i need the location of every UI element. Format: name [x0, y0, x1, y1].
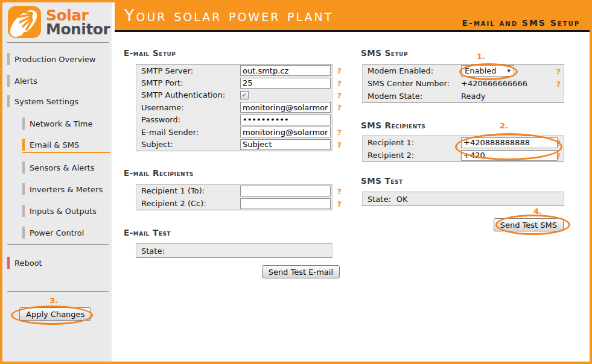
help-icon[interactable]: ? — [337, 90, 342, 99]
sidebar-item-sensors-alerts[interactable]: Sensors & Alerts — [22, 161, 94, 174]
item-marker — [22, 139, 25, 151]
annotation-number-1: 1. — [477, 52, 485, 61]
annotation-number-3: 3. — [49, 296, 58, 305]
sidebar-item-label: Inverters & Meters — [30, 185, 103, 194]
section-title-sms-recipients: SMS Recipients — [361, 121, 425, 130]
field-label: Recipient 1 (To): — [136, 186, 240, 195]
help-icon[interactable]: ? — [337, 186, 342, 195]
sidebar-item-inputs-outputs[interactable]: Inputs & Outputs — [22, 204, 97, 218]
username-input[interactable] — [240, 102, 331, 113]
item-marker — [22, 205, 25, 217]
help-icon[interactable]: ? — [337, 78, 342, 87]
sidebar-item-label: Inputs & Outputs — [30, 207, 97, 216]
section-title-sms-test: SMS Test — [361, 176, 403, 186]
item-marker — [22, 183, 25, 195]
item-marker — [7, 53, 10, 65]
annotation-circle-4 — [495, 215, 570, 235]
modem-state-value: Ready — [461, 92, 485, 101]
sidebar-item-power-control[interactable]: Power Control — [22, 226, 84, 239]
section-title-sms-setup: SMS Setup — [361, 48, 408, 58]
sidebar-divider — [7, 244, 109, 245]
page: Solar Monitor Production Overview Alerts… — [0, 0, 592, 364]
page-subtitle: E-mail and SMS Setup — [462, 18, 580, 28]
annotation-circle-2 — [455, 133, 562, 160]
item-marker — [7, 257, 10, 269]
help-icon[interactable]: ? — [337, 103, 342, 112]
help-icon[interactable]: ? — [556, 66, 561, 75]
sms-test-state-row: State: OK — [363, 192, 564, 206]
state-label: State: — [363, 195, 391, 204]
annotation-number-2: 2. — [500, 121, 508, 130]
sidebar-divider — [7, 291, 109, 292]
form-row-email-sender: E-mail Sender: ? — [136, 126, 332, 138]
help-icon[interactable]: ? — [337, 199, 342, 208]
solar-monitor-logo-icon — [7, 5, 42, 39]
sidebar-item-reboot[interactable]: Reboot — [7, 256, 42, 269]
sidebar-item-label: Sensors & Alerts — [30, 163, 94, 172]
sidebar-divider — [7, 42, 109, 43]
email-recipients-table: Recipient 1 (To): ? Recipient 2 (Cc): ? — [136, 184, 333, 210]
help-icon[interactable]: ? — [556, 79, 561, 88]
field-label: Username: — [136, 103, 240, 112]
item-marker — [7, 95, 10, 107]
item-marker — [22, 118, 25, 130]
sidebar-item-label: Alerts — [14, 77, 37, 86]
state-label: State: — [136, 246, 165, 256]
sidebar-item-email-sms[interactable]: Email & SMS — [22, 137, 110, 153]
sidebar-item-label: System Settings — [14, 97, 78, 106]
field-label: Subject: — [136, 140, 240, 149]
field-label: SMTP Authentication: — [136, 90, 240, 99]
field-label: Recipient 2 (Cc): — [136, 199, 240, 208]
annotation-circle-3 — [11, 306, 93, 325]
field-label: SMS Center Number: — [363, 79, 461, 88]
section-title-email-recipients: E-mail Recipients — [124, 168, 194, 178]
sidebar-item-system-settings[interactable]: System Settings — [7, 95, 78, 108]
sidebar-item-label: Network & Time — [30, 119, 93, 128]
item-marker — [7, 75, 10, 87]
sidebar-item-alerts[interactable]: Alerts — [7, 74, 37, 87]
field-label: SMTP Server: — [136, 66, 240, 75]
sidebar-item-network-time[interactable]: Network & Time — [22, 117, 93, 130]
help-icon[interactable]: ? — [337, 66, 342, 75]
sms-test-table: State: OK — [362, 192, 564, 206]
subject-input[interactable] — [240, 139, 331, 150]
sidebar-item-label: Power Control — [30, 228, 84, 237]
send-test-email-button[interactable]: Send Test E-mail — [262, 265, 340, 278]
email-test-state-row: State: — [136, 244, 332, 257]
page-title: Your solar power plant — [124, 6, 333, 25]
smtp-port-input[interactable] — [240, 78, 331, 89]
email-recipient1-input[interactable] — [240, 186, 331, 196]
form-row-modem-state: Modem State: Ready — [363, 90, 564, 102]
field-label: Recipient 2: — [363, 151, 461, 160]
sidebar-item-inverters-meters[interactable]: Inverters & Meters — [22, 183, 103, 196]
logo[interactable]: Solar Monitor — [7, 5, 110, 39]
help-icon[interactable]: ? — [337, 128, 342, 137]
item-marker — [22, 227, 25, 239]
smtp-server-input[interactable] — [240, 65, 331, 76]
form-row-sms-center-number: SMS Center Number: +420666666666 ? — [363, 77, 564, 90]
item-marker — [22, 162, 25, 174]
section-title-email-test: E-mail Test — [124, 228, 171, 237]
sidebar-item-label: Reboot — [14, 259, 42, 268]
smtp-auth-checkbox[interactable]: ✓ — [240, 91, 249, 99]
sidebar-item-production-overview[interactable]: Production Overview — [7, 52, 96, 66]
form-row-recipient1-to: Recipient 1 (To): ? — [136, 184, 332, 197]
form-row-subject: Subject: ? — [136, 138, 332, 150]
form-row-smtp-auth: SMTP Authentication: ✓ ? — [136, 89, 332, 101]
checkmark-icon: ✓ — [241, 92, 247, 98]
field-label: Modem Enabled: — [363, 66, 461, 75]
email-sender-input[interactable] — [240, 127, 331, 137]
form-row-username: Username: ? — [136, 101, 332, 113]
field-label: E-mail Sender: — [136, 128, 240, 137]
form-row-password: Password: — [136, 114, 332, 126]
field-label: Recipient 1: — [363, 138, 461, 147]
sidebar-item-label: Production Overview — [14, 55, 96, 64]
field-label: SMTP Port: — [136, 78, 240, 87]
form-row-recipient2-cc: Recipient 2 (Cc): ? — [136, 197, 332, 210]
password-input[interactable] — [240, 115, 331, 125]
help-icon[interactable]: ? — [337, 140, 342, 149]
email-recipient2-input[interactable] — [240, 198, 331, 209]
email-setup-table: SMTP Server: ? SMTP Port: ? SMTP Authent… — [136, 64, 333, 151]
email-test-table: State: — [136, 243, 333, 258]
logo-text: Solar Monitor — [46, 8, 110, 36]
